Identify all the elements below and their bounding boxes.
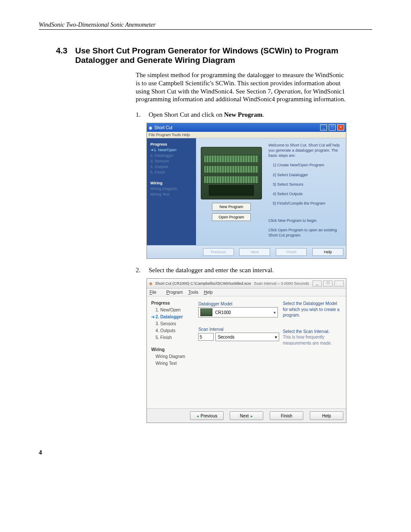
welcome-step-2: 2) Select Datalogger — [268, 172, 342, 177]
minimize-icon[interactable]: _ — [320, 124, 327, 131]
sidebar-item-datalogger[interactable]: 2. Datalogger — [150, 153, 193, 159]
help-scan-text-b: This is how frequently measurements are … — [283, 334, 342, 346]
arrow-icon: ➔ — [151, 314, 155, 319]
finish-button[interactable]: Finish — [276, 248, 307, 256]
datalogger-model-select[interactable]: CR1000 ▾ — [198, 307, 278, 317]
sidebar-item-wiring-diagram[interactable]: Wiring Diagram — [150, 186, 193, 192]
step-2-index: 2. — [136, 267, 143, 274]
step-1-a: Open Short Cut and click on — [149, 111, 224, 118]
sidebar-item-finish[interactable]: 5. Finish — [150, 170, 193, 175]
next-button[interactable]: Next — [239, 248, 270, 256]
help-model-text: Select the Datalogger Model for which yo… — [283, 301, 342, 318]
maximize-icon[interactable]: □ — [323, 280, 333, 286]
win2-menubar[interactable]: File Program Tools Help — [147, 289, 346, 296]
minimize-icon[interactable]: _ — [312, 280, 322, 286]
screenshot-2: ◉ Short Cut (CR1000) C:\Campbellsci\SCWi… — [146, 278, 346, 423]
app-icon: ◉ — [149, 281, 153, 286]
previous-button[interactable]: Previous — [203, 248, 234, 256]
open-text: Click Open Program to open an existing S… — [268, 227, 342, 238]
welcome-step-3: 3) Select Sensors — [268, 182, 342, 187]
section-heading: 4.3 Use Short Cut Program Generator for … — [56, 46, 372, 65]
step-1-index: 1. — [136, 111, 143, 118]
help-button[interactable]: Help — [312, 248, 343, 256]
datalogger-model-value: CR1000 — [215, 310, 231, 315]
welcome-text: Welcome to Short Cut. Short Cut will hel… — [268, 143, 342, 158]
step-1-text: Open Short Cut and click on New Program. — [149, 111, 264, 118]
triangle-left-icon: ◄ — [196, 414, 199, 418]
sidebar-head-wiring: Wiring — [150, 180, 193, 186]
window-controls: _ □ x — [312, 280, 344, 286]
btn-label: Next — [240, 414, 249, 418]
sidebar-item-newopen[interactable]: 1. New/Open — [151, 307, 194, 314]
win1-titlebar: ◉ Short Cut _ □ × — [147, 123, 346, 132]
finish-button[interactable]: Finish — [270, 411, 303, 420]
scan-interval-input[interactable] — [198, 333, 214, 341]
close-icon[interactable]: × — [337, 124, 344, 131]
win1-sidebar: Progress ➔1. New/Open 2. Datalogger 3. S… — [147, 138, 196, 245]
win1-menubar[interactable]: File Program Tools Help — [147, 132, 346, 138]
new-program-button[interactable]: New Program — [212, 203, 251, 211]
win1-help-panel: Welcome to Short Cut. Short Cut will hel… — [267, 138, 346, 245]
sidebar-item-newopen[interactable]: ➔1. New/Open — [150, 147, 193, 153]
scan-units-select[interactable]: Seconds ▾ — [215, 333, 279, 341]
screenshot-1: ◉ Short Cut _ □ × File Program Tools Hel… — [146, 123, 346, 259]
open-program-button[interactable]: Open Program — [212, 213, 251, 221]
close-icon[interactable]: x — [334, 280, 344, 286]
win2-titlebar: ◉ Short Cut (CR1000) C:\Campbellsci\SCWi… — [147, 279, 346, 289]
step-2: 2. Select the datalogger and enter the s… — [136, 267, 346, 274]
label-scan-interval: Scan Interval — [198, 327, 279, 332]
label-datalogger-model: Datalogger Model — [198, 302, 279, 306]
chevron-down-icon: ▾ — [274, 310, 276, 315]
window-controls: _ □ × — [320, 124, 344, 131]
menu-help[interactable]: Help — [204, 290, 213, 295]
btn-label: Previous — [201, 414, 218, 418]
sidebar-item-sensors[interactable]: 3. Sensors — [150, 159, 193, 164]
welcome-step-4: 4) Select Outputs — [268, 191, 342, 196]
welcome-step-5: 5) Finish/Compile the Program — [268, 201, 342, 206]
running-header: WindSonic Two-Dimensional Sonic Anemomet… — [39, 22, 372, 30]
previous-button[interactable]: ◄ Previous — [190, 411, 224, 420]
step-2-text: Select the datalogger and enter the scan… — [149, 267, 274, 274]
triangle-right-icon: ► — [250, 414, 253, 418]
maximize-icon[interactable]: □ — [329, 124, 336, 131]
win1-title: Short Cut — [154, 125, 172, 130]
menu-file[interactable]: File — [149, 290, 161, 295]
win1-footer: Previous Next Finish Help — [147, 245, 346, 258]
intro-operation: Operation — [274, 88, 301, 95]
sidebar-item-outputs[interactable]: 4. Outputs — [151, 327, 194, 334]
sidebar-head-progress: Progress — [150, 142, 193, 147]
win2-sidebar: Progress 1. New/Open ➔2. Datalogger 3. S… — [147, 296, 196, 408]
menu-file-rest: ile — [152, 290, 156, 295]
section-number: 4.3 — [56, 46, 67, 65]
menu-tools[interactable]: Tools — [188, 290, 198, 295]
sidebar-item-outputs[interactable]: 4. Outputs — [150, 164, 193, 170]
step-1-bold: New Program — [224, 111, 262, 118]
intro-paragraph: The simplest method for programming the … — [136, 71, 346, 103]
scan-units-value: Seconds — [218, 335, 234, 339]
sidebar-item-label: 2. Datalogger — [156, 314, 183, 319]
sidebar-item-wiring-diagram[interactable]: Wiring Diagram — [151, 353, 194, 360]
chevron-down-icon: ▾ — [275, 335, 277, 339]
help-button[interactable]: Help — [310, 411, 343, 420]
sidebar-head-progress: Progress — [151, 300, 194, 307]
section-title: Use Short Cut Program Generator for Wind… — [75, 46, 372, 65]
win2-title: Short Cut (CR1000) C:\Campbellsci\SCWin\… — [155, 281, 251, 286]
step-1: 1. Open Short Cut and click on New Progr… — [136, 111, 346, 118]
win2-help-panel: Select the Datalogger Model for which yo… — [281, 296, 346, 408]
next-button[interactable]: Next ► — [230, 411, 263, 420]
datalogger-image — [201, 147, 262, 199]
welcome-step-1: 1) Create New/Open Program — [268, 162, 342, 168]
sidebar-item-wiring-text[interactable]: Wiring Text — [150, 192, 193, 197]
sidebar-item-datalogger[interactable]: ➔2. Datalogger — [151, 314, 194, 320]
sidebar-head-wiring: Wiring — [151, 346, 194, 353]
help-scan-text-a: Select the Scan Interval. — [283, 329, 342, 335]
win2-footer: ◄ Previous Next ► Finish Help — [147, 408, 346, 423]
sidebar-item-sensors[interactable]: 3. Sensors — [151, 320, 194, 327]
sidebar-item-finish[interactable]: 5. Finish — [151, 334, 194, 341]
app-icon: ◉ — [149, 125, 153, 130]
logger-icon — [200, 308, 212, 316]
begin-text: Click New Program to begin. — [268, 218, 342, 223]
sidebar-item-wiring-text[interactable]: Wiring Text — [151, 360, 194, 367]
sidebar-item-label: 1. New/Open — [154, 148, 177, 152]
menu-program[interactable]: Program — [166, 290, 183, 295]
